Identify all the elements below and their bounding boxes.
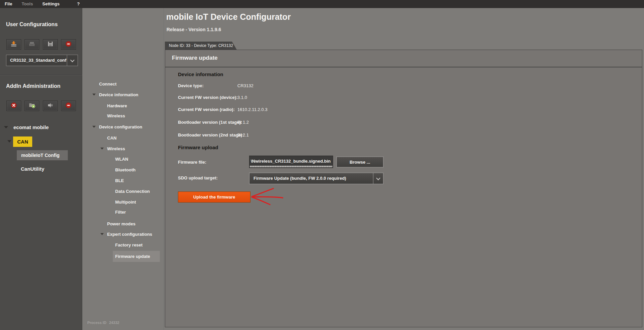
nav-item-wireless-config[interactable]: Wireless [107, 145, 125, 152]
nav-item-multipoint[interactable]: Multipoint [115, 199, 136, 205]
chevron-down-icon [100, 148, 104, 150]
chevron-down-icon [92, 126, 96, 128]
chevron-down-icon [100, 233, 104, 235]
red-arrow-annotation [246, 187, 284, 206]
add-addin-button[interactable] [25, 101, 39, 111]
user-configurations-title: User Configurations [6, 21, 58, 28]
nav-item-expert-configurations[interactable]: Expert configurations [107, 231, 152, 237]
export-config-icon [28, 41, 36, 48]
nav-item-device-configuration[interactable]: Device configuration [99, 123, 142, 130]
save-config-button[interactable] [43, 39, 58, 50]
nav-item-wlan[interactable]: WLAN [115, 156, 128, 162]
chevron-down-icon [7, 140, 11, 143]
tree-node-label: CanUtility [21, 166, 44, 172]
configuration-select-value: CR3132_33_Standard_conf [6, 55, 67, 66]
page-title: mobile IoT Device Configurator [166, 12, 291, 22]
firmware-file-field [249, 156, 333, 168]
chevron-down-icon [70, 58, 75, 62]
nav-item-power-modes[interactable]: Power modes [107, 220, 136, 227]
menu-tools: Tools [17, 0, 38, 8]
close-addin-icon [10, 102, 17, 110]
nav-item-connect[interactable]: Connect [99, 80, 117, 87]
sidebar-divider [0, 74, 82, 75]
nav-item-can[interactable]: CAN [107, 134, 117, 141]
nav-item-device-information[interactable]: Device information [99, 91, 138, 98]
device-information-heading: Device information [178, 71, 223, 77]
version-label: Release - Version 1.1.9.6 [167, 27, 221, 32]
menu-file[interactable]: File [0, 0, 17, 8]
close-addin-button[interactable] [6, 101, 21, 111]
save-config-icon [47, 41, 54, 48]
import-config-button[interactable] [6, 39, 21, 50]
menu-help[interactable]: ? [72, 0, 84, 8]
device-tab[interactable]: Node ID: 33 - Device Type: CR3132 [165, 42, 237, 50]
sidebar: User Configurations [0, 8, 82, 330]
nav-item-firmware-update[interactable]: Firmware update [115, 253, 150, 260]
upload-firmware-button[interactable]: Upload the firmware [178, 191, 250, 203]
remove-config-icon [65, 41, 72, 48]
add-addin-icon [28, 102, 36, 110]
sdo-select-arrow[interactable] [373, 173, 383, 184]
tree-node-ecomat-mobile[interactable]: ecomat mobile [4, 124, 49, 130]
tree-node-can[interactable]: CAN [13, 136, 32, 147]
nav-item-factory-reset[interactable]: Factory reset [115, 241, 143, 248]
chevron-down-icon [4, 126, 8, 128]
remove-addin-button[interactable] [61, 101, 76, 111]
nav-item-hardware[interactable]: Hardware [107, 102, 127, 109]
main-content: mobile IoT Device Configurator Release -… [164, 8, 644, 330]
nav-item-data-connection[interactable]: Data Connection [115, 188, 150, 195]
sdo-upload-target-value: Firmware Update (bundle, FW 2.0.0 requir… [249, 173, 373, 184]
import-config-icon [10, 41, 17, 48]
sdo-upload-target-select[interactable]: Firmware Update (bundle, FW 2.0.0 requir… [249, 173, 383, 184]
panel-title: Firmware update [172, 55, 218, 61]
device-addin-button[interactable] [43, 101, 58, 111]
tree-node-mobileiot-config[interactable]: mobileIoT Config [17, 150, 68, 160]
config-nav-panel: Connect Device information Hardware Wire… [82, 8, 164, 330]
remove-config-button[interactable] [61, 39, 76, 50]
browse-button[interactable]: Browse ... [336, 157, 383, 167]
nav-item-wireless-info[interactable]: Wireless [107, 112, 125, 119]
menu-bar: File Tools Settings ? [0, 0, 644, 8]
nav-item-bluetooth[interactable]: Bluetooth [115, 166, 136, 173]
process-id: Process ID24332 [87, 321, 122, 325]
configuration-select-arrow[interactable] [67, 55, 78, 66]
panel-header: Firmware update [165, 50, 642, 67]
firmware-upload-heading: Firmware upload [178, 145, 218, 150]
menu-settings[interactable]: Settings [38, 0, 64, 8]
nav-item-filter[interactable]: Filter [115, 209, 126, 215]
device-addin-icon [47, 102, 54, 110]
chevron-down-icon [92, 94, 96, 96]
app-window: File Tools Settings ? User Configuration… [0, 0, 644, 330]
tree-node-canutility[interactable]: CanUtility [21, 166, 44, 172]
firmware-file-input[interactable] [249, 156, 333, 166]
tree-node-label: ecomat mobile [13, 124, 49, 130]
nav-item-ble[interactable]: BLE [115, 177, 124, 184]
configuration-select[interactable]: CR3132_33_Standard_conf [6, 55, 78, 66]
input-horizontal-scrollbar[interactable] [250, 166, 332, 167]
remove-addin-icon [65, 102, 72, 110]
chevron-down-icon [376, 176, 380, 180]
addin-administration-title: AddIn Administration [6, 83, 60, 89]
firmware-update-panel: Firmware update Device information Devic… [165, 50, 642, 327]
export-config-button[interactable] [25, 39, 39, 50]
